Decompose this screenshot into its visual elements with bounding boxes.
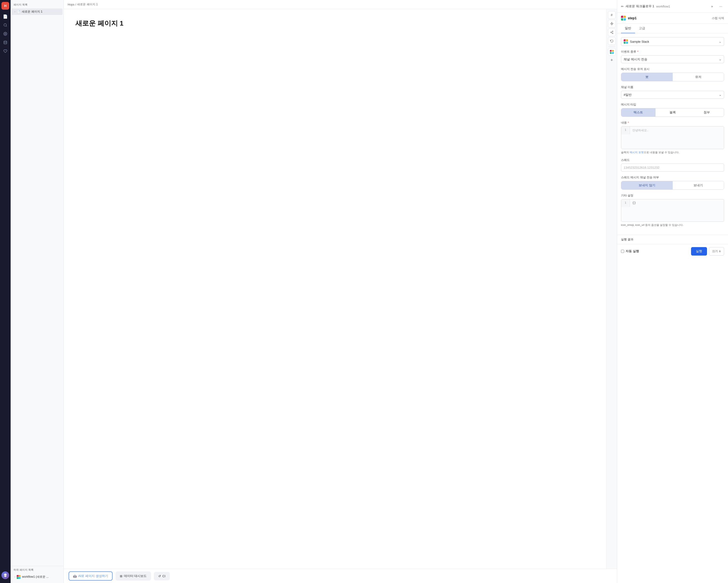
ci-label: CI [162,574,165,578]
workflow-item-label: workflow1 (새로운 ... [22,575,49,579]
bolt-toolbar-btn[interactable] [608,20,616,28]
channel-name-select[interactable]: #일반 [621,91,724,99]
event-required-mark: * [637,50,639,54]
svg-point-6 [610,32,611,33]
thread-input[interactable] [621,164,724,172]
more-panel-btn[interactable]: ··· [718,3,724,10]
page-sidebar-item-page1[interactable]: › 📄 새로운 페이지 1 [11,8,62,15]
app-logo[interactable]: H [1,2,9,10]
bottom-logo[interactable] [1,572,9,579]
page-sidebar-header: 페이지 목록 [10,3,63,8]
content-helper: 슬랙의 메시지 포맷으로 내용을 보낼 수 있습니다. [621,150,724,154]
auto-run-checkbox[interactable] [621,250,624,253]
hash-toolbar-btn[interactable]: # [608,11,616,19]
page-sidebar-workflow-item[interactable]: › workflow1 (새로운 ... [11,574,62,580]
plugins-nav-icon[interactable] [1,47,9,55]
canvas-toolbar: # + [606,9,617,569]
slack-toolbar-btn[interactable] [608,48,616,56]
svg-line-9 [611,32,612,32]
event-type-label: 이벤트 종류 * [621,50,724,54]
close-chevron-icon: ∧ [719,250,721,253]
ai-icon: 🤖 [73,574,77,578]
slack-mini-logo [17,575,21,579]
settings-nav-icon[interactable] [1,30,9,38]
search-nav-icon[interactable] [1,21,9,29]
msg-type-text-option[interactable]: 텍스트 [621,108,655,116]
event-type-group: 이벤트 종류 * 채널 메시지 전송 [621,50,724,63]
tab-general[interactable]: 일반 [621,24,635,33]
chevron-icon: › [15,10,15,13]
svg-marker-4 [610,22,613,25]
svg-point-0 [4,24,6,26]
integration-chevron-icon: ⌄ [719,40,722,44]
other-settings-label: 기타 설정 [621,194,724,198]
page-sidebar-bottom-header: 하위 페이지 목록 [10,568,63,574]
msg-type-attach-option[interactable]: 첨부 [690,108,724,116]
tab-advanced[interactable]: 고급 [635,24,649,33]
integration-slack-logo [624,39,628,44]
slack-toolbar-logo [610,50,614,54]
step-delete-btn[interactable]: 스텝 삭제 [712,16,724,20]
message-type-label: 메시지 타입 [621,103,724,107]
workflow-edit-icon: ✏ [621,5,624,8]
canvas-content: 새로운 페이지 1 [64,9,606,569]
send-as-user-option[interactable]: 유저 [673,73,724,81]
svg-line-1 [6,26,7,27]
thread-label: 스레드 [621,158,724,162]
integration-name: Sample Slack [630,40,649,44]
result-section: 실행 결과 [617,235,728,244]
run-btn[interactable]: 실행 [691,247,707,255]
right-panel-header: ✏ 새로운 워크플로우 1 workflow1 » ··· [617,0,728,13]
page-sidebar-item-label: 새로운 페이지 1 [22,10,42,14]
auto-run-label[interactable]: 자동 실행 [621,249,639,253]
event-type-select[interactable]: 채널 메시지 전송 [621,55,724,63]
content-placeholder[interactable]: 안녕하세요. [630,127,724,134]
breadcrumb-current: 새로운 페이지 1 [77,2,98,6]
close-label: 끄기 [712,249,718,253]
other-settings-value[interactable]: {} [630,199,724,207]
panel-header-actions: » ··· [709,3,724,10]
tab-bar: 일반 고급 [617,24,728,33]
svg-point-5 [612,31,613,32]
send-as-bot-option[interactable]: 봇 [621,73,673,81]
message-format-link[interactable]: 메시지 포맷 [630,151,644,154]
expand-panel-btn[interactable]: » [709,3,716,10]
step-header-left: step1 [621,16,637,21]
data-dashboard-btn[interactable]: ⊞ 데이터 대시보드 [115,572,151,581]
thread-group: 스레드 [621,158,724,172]
other-settings-group: 기타 설정 1 {} icon_emoji, icon_url 등의 옵션을 설… [621,194,724,227]
other-settings-helper: icon_emoji, icon_url 등의 옵션을 설정할 수 있습니다. [621,223,724,227]
right-panel: ✏ 새로운 워크플로우 1 workflow1 » ··· step1 스텝 삭… [617,0,728,583]
plus-toolbar-btn[interactable]: + [608,57,615,63]
integration-group: Sample Slack ⌄ [621,37,724,46]
svg-point-3 [4,41,7,42]
thread-no-send-option[interactable]: 보내지 않기 [621,181,673,189]
pages-nav-icon[interactable]: 📄 [1,12,9,20]
send-as-label: 메시지 전송 유저 표시 [621,67,724,71]
other-line-num: 1 [621,199,630,207]
auto-run-text: 자동 실행 [626,249,639,253]
thread-send-label: 스레드 메시지 채널 전송 여부 [621,175,724,179]
breadcrumb-parent[interactable]: Hops [68,3,74,6]
content-group: 내용 * 1 안녕하세요. 슬랙의 메시지 포맷으로 내용을 보낼 수 있습니다… [621,121,724,154]
integration-select[interactable]: Sample Slack ⌄ [621,37,724,46]
doc-icon: 📄 [17,10,20,13]
thread-send-option[interactable]: 보내기 [673,181,724,189]
other-settings-extra-area[interactable] [621,207,724,222]
step-header: step1 스텝 삭제 [617,13,728,24]
msg-type-block-option[interactable]: 블록 [655,108,690,116]
database-nav-icon[interactable] [1,38,9,46]
panel-body: Sample Slack ⌄ 이벤트 종류 * 채널 메시지 전송 메시지 전송… [617,33,728,235]
ci-btn[interactable]: ↺ CI [154,572,170,580]
content-extra-area[interactable] [621,134,724,149]
workflow-subtitle: workflow1 [656,5,670,8]
share-toolbar-btn[interactable] [608,28,616,36]
history-toolbar-btn[interactable] [608,37,616,45]
message-type-toggle: 텍스트 블록 첨부 [621,108,724,117]
integration-select-left: Sample Slack [624,39,649,44]
close-btn[interactable]: 끄기 ∧ [709,247,724,255]
ai-generate-btn[interactable]: 🤖 AI로 페이지 생성하기 [69,572,112,581]
workflow-title-area: ✏ 새로운 워크플로우 1 workflow1 [621,4,670,8]
thread-send-group: 스레드 메시지 채널 전송 여부 보내지 않기 보내기 [621,175,724,190]
breadcrumb-sep: / [75,3,76,6]
